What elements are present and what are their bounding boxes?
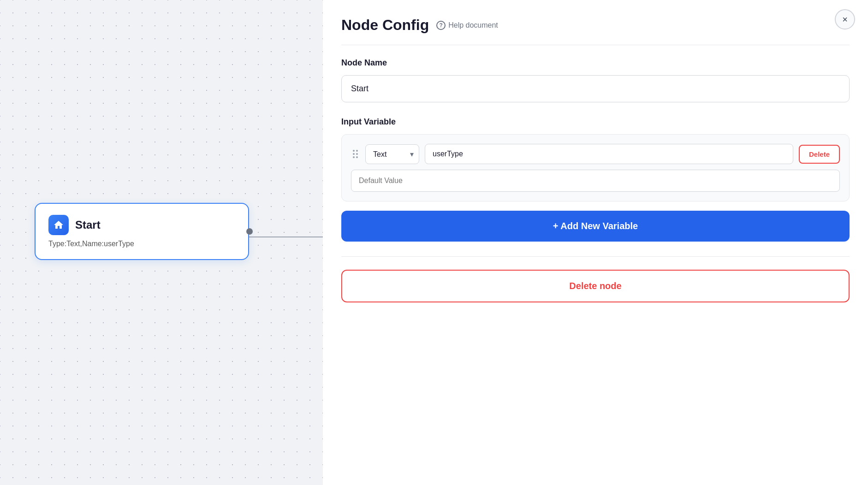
home-icon (53, 219, 64, 231)
delete-node-button[interactable]: Delete node (341, 270, 850, 302)
add-variable-button[interactable]: + Add New Variable (341, 211, 850, 242)
header-divider (341, 45, 850, 45)
drag-dot (356, 156, 358, 158)
drag-dot-row-2 (353, 153, 358, 155)
close-button[interactable]: × (835, 9, 855, 30)
help-link-label: Help document (448, 21, 498, 30)
connection-line (249, 237, 323, 237)
drag-dot (353, 153, 355, 155)
node-name-label: Node Name (341, 58, 850, 68)
drag-dot-row-3 (353, 156, 358, 158)
node-subtitle: Type:Text,Name:userType (48, 240, 235, 248)
bottom-divider (341, 256, 850, 257)
connection-dot (246, 228, 253, 235)
drag-dot-row-1 (353, 150, 358, 152)
variable-row: Text Number Boolean ▾ Delete (351, 144, 840, 164)
node-card-header: Start (48, 215, 235, 235)
help-icon: ? (436, 21, 446, 30)
input-variable-label: Input Variable (341, 117, 850, 127)
help-link[interactable]: ? Help document (436, 21, 498, 30)
node-name-input[interactable] (341, 75, 850, 102)
drag-handle[interactable] (351, 148, 360, 160)
type-select[interactable]: Text Number Boolean (365, 144, 419, 164)
drag-handle-group (353, 150, 358, 158)
default-value-input[interactable] (351, 170, 840, 192)
panel-title: Node Config (341, 17, 429, 34)
node-title: Start (75, 219, 101, 231)
drag-dot (356, 150, 358, 152)
drag-dot (353, 150, 355, 152)
right-panel: × Node Config ? Help document Node Name … (323, 0, 868, 485)
drag-dot (356, 153, 358, 155)
variable-name-input[interactable] (425, 144, 793, 164)
delete-variable-button[interactable]: Delete (799, 145, 840, 164)
node-card[interactable]: Start Type:Text,Name:userType (35, 203, 249, 260)
node-icon (48, 215, 69, 235)
type-select-wrapper: Text Number Boolean ▾ (365, 144, 419, 164)
drag-dot (353, 156, 355, 158)
canvas-area: Start Type:Text,Name:userType (0, 0, 323, 485)
panel-header: Node Config ? Help document (341, 17, 850, 34)
variable-card: Text Number Boolean ▾ Delete (341, 134, 850, 201)
